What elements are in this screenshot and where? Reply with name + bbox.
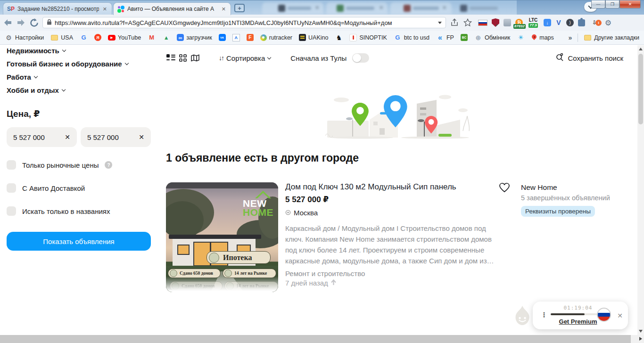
bookmark-item[interactable]	[162, 34, 170, 41]
clipboard-extension-icon[interactable]	[504, 19, 511, 26]
globe-icon	[474, 34, 482, 41]
ru-flag-icon[interactable]	[597, 308, 611, 322]
premium-timer-widget: ⋮ 01:19:04 Get Premium ✕	[533, 302, 628, 329]
sidebar-category[interactable]: Готовый бизнес и оборудование	[7, 57, 151, 70]
bookmark-star-icon[interactable]	[463, 18, 472, 27]
bookmark-item[interactable]: загрузчик	[177, 34, 212, 41]
price-to-input[interactable]: 5 527 000 ✕	[81, 127, 151, 147]
dark-mode-extension-icon[interactable]: )	[566, 19, 574, 26]
price-from-input[interactable]: 5 527 000 ✕	[7, 127, 77, 147]
ru-flag-extension-icon[interactable]	[478, 20, 487, 26]
window-maximize-button[interactable]: ❐	[605, 0, 619, 8]
downloader-extension-icon[interactable]: ↓	[544, 19, 551, 26]
filter-checkbox-row[interactable]: С Авито Доставкой	[7, 183, 151, 193]
url-dropdown-caret-icon[interactable]	[438, 22, 442, 24]
bookmark-item[interactable]	[148, 34, 156, 41]
save-search-button[interactable]: Сохранить поиск	[556, 53, 623, 63]
bookmark-item[interactable]	[232, 34, 240, 41]
bookmark-item[interactable]	[80, 34, 88, 41]
flame-mascot-icon[interactable]	[514, 305, 531, 328]
clear-icon[interactable]: ✕	[139, 133, 144, 141]
list-view-icon[interactable]	[166, 53, 175, 63]
checkbox[interactable]	[7, 183, 16, 193]
url-bar[interactable]: https://www.avito.ru/tula?f=ASgCAgECAUXG…	[42, 17, 446, 28]
litecoin-extension-icon[interactable]: LTC77.9	[527, 17, 539, 28]
bookmark-item[interactable]	[461, 34, 468, 41]
bookmark-item[interactable]: SINOPTIK	[349, 34, 387, 41]
filter-checkbox-row[interactable]: Искать только в названиях	[7, 206, 151, 216]
horizontal-scrollbar[interactable]	[0, 335, 644, 343]
bookmarks-overflow-chevron[interactable]: »	[568, 34, 572, 41]
scrollbar-thumb[interactable]	[638, 54, 643, 124]
infinity-icon	[177, 34, 184, 41]
widget-close-icon[interactable]: ✕	[617, 312, 623, 319]
seller-name[interactable]: New Home	[521, 183, 627, 192]
puzzle-extensions-icon[interactable]	[578, 19, 585, 26]
lock-icon	[47, 18, 52, 27]
bitcoin-extension-icon[interactable]: ₿87832	[515, 19, 523, 26]
tab-avito-active[interactable]: Авито — Объявления на сайте А ✕	[113, 2, 231, 15]
back-button[interactable]	[3, 18, 12, 27]
tab-task[interactable]: SP Задание №2852210 - просмотр з ✕	[3, 2, 112, 15]
bookmarks-right-group: » Другие закладки	[568, 33, 639, 42]
favorite-heart-icon[interactable]	[499, 182, 510, 195]
map-view-icon[interactable]	[190, 53, 200, 63]
bookmark-item[interactable]: USA	[50, 34, 73, 41]
vertical-scrollbar[interactable]	[637, 45, 644, 335]
bookmark-item[interactable]	[335, 34, 343, 41]
bookmark-item[interactable]: maps	[531, 34, 554, 41]
checkbox[interactable]	[7, 206, 16, 216]
sidebar-category[interactable]: Недвижимость	[7, 44, 151, 57]
chevron-down-icon	[267, 55, 271, 59]
bookmark-item[interactable]	[94, 34, 101, 41]
listing-title[interactable]: Дом под Ключ 130 м2 Модульный Сип панель	[285, 182, 497, 192]
grid-view-icon[interactable]	[178, 53, 188, 63]
other-bookmarks-button[interactable]: Другие закладки	[584, 34, 639, 41]
filter-checkbox-row[interactable]: Только рыночные цены?	[7, 160, 151, 170]
show-listings-button[interactable]: Показать объявления	[7, 232, 151, 251]
shield-extension-icon[interactable]: 26	[492, 18, 499, 27]
bookmark-item[interactable]	[247, 34, 254, 41]
help-icon[interactable]: ?	[105, 161, 112, 169]
listing-card[interactable]: NEW HOME Ипотека Сдано 650 домов 14 лет …	[166, 182, 627, 295]
bookmark-item[interactable]: UAKino	[299, 34, 328, 41]
listing-price: 5 527 000 ₽	[285, 195, 497, 204]
listing-body: Дом под Ключ 130 м2 Модульный Сип панель…	[285, 182, 497, 287]
blurred-tabs: ✕ ✕ ✕	[262, 1, 517, 15]
sidebar-category[interactable]: Работа	[7, 70, 151, 83]
vpn-extension-icon[interactable]: V	[555, 19, 562, 26]
bookmark-item[interactable]: rutracker	[260, 34, 292, 41]
checkbox[interactable]	[7, 160, 16, 170]
share-icon[interactable]	[450, 18, 459, 27]
tab-close-icon[interactable]: ✕	[221, 6, 227, 12]
bookmark-item[interactable]: Обмінник	[474, 34, 510, 41]
bookmark-item[interactable]: btc to usd	[394, 34, 429, 41]
scroll-up-arrow[interactable]	[639, 48, 643, 50]
bookmark-item[interactable]: Настройки	[5, 34, 44, 41]
window-minimize-button[interactable]: —	[591, 0, 605, 8]
forward-button[interactable]	[16, 18, 25, 27]
new-tab-button[interactable]: +	[234, 4, 245, 12]
scroll-down-arrow[interactable]	[639, 330, 643, 333]
sort-dropdown[interactable]: ↓↑ Сортировка	[219, 54, 271, 62]
get-premium-link[interactable]: Get Premium	[551, 318, 605, 325]
listing-photo[interactable]: NEW HOME Ипотека Сдано 650 домов 14 лет …	[166, 182, 278, 292]
window-close-button[interactable]: ✕	[619, 0, 641, 8]
bookmark-item[interactable]: FP	[436, 34, 454, 41]
avito-favicon-icon	[117, 6, 124, 13]
bookmark-item[interactable]: YouTube	[108, 34, 141, 41]
settings-extension-icon[interactable]: ⚙	[604, 18, 612, 27]
sidebar-category[interactable]: Хобби и отдых	[7, 83, 151, 97]
scroll-right-arrow[interactable]	[639, 337, 642, 341]
tab-close-icon[interactable]: ✕	[102, 6, 108, 12]
refresh-button[interactable]	[29, 18, 39, 27]
clear-icon[interactable]: ✕	[65, 133, 70, 141]
widget-menu-dots-icon[interactable]: ⋮	[541, 311, 547, 318]
scrollbar-thumb[interactable]	[0, 335, 631, 343]
download-manager-extension-icon[interactable]: ⇩	[589, 19, 600, 26]
bookmark-item[interactable]	[219, 34, 226, 41]
toggle-label: Сначала из Тулы	[290, 54, 347, 62]
maps-pin-icon	[531, 34, 537, 41]
local-first-toggle[interactable]	[352, 53, 369, 63]
bookmark-item[interactable]	[517, 34, 525, 41]
